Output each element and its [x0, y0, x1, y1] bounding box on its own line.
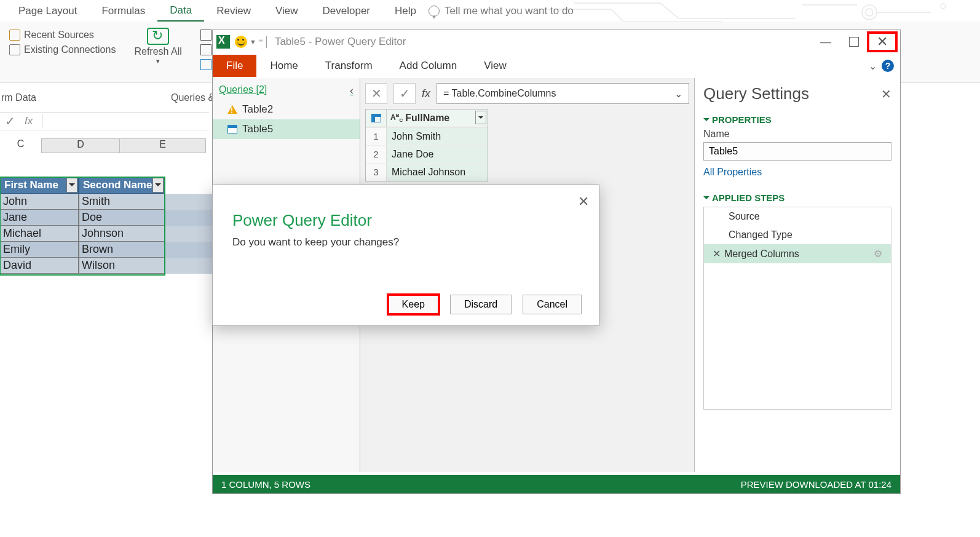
- separator: │: [264, 36, 270, 47]
- pq-tab-file[interactable]: File: [213, 55, 256, 77]
- chevron-down-icon: [703, 118, 709, 124]
- workbook-icon: [200, 59, 211, 70]
- maximize-button[interactable]: [840, 33, 868, 51]
- help-icon[interactable]: ?: [882, 60, 894, 72]
- cell[interactable]: Doe: [79, 210, 165, 226]
- confirm-formula-button[interactable]: ✓: [393, 83, 416, 104]
- ribbon-tab-page-layout[interactable]: Page Layout: [6, 1, 89, 21]
- cell[interactable]: Michael Johnson: [387, 164, 488, 181]
- cell[interactable]: Johnson: [79, 226, 165, 242]
- select-all-corner[interactable]: [366, 109, 387, 127]
- ribbon-tab-view[interactable]: View: [263, 1, 310, 21]
- ribbon-tab-data[interactable]: Data: [157, 1, 204, 22]
- column-header-fullname[interactable]: ABC FullName: [387, 109, 488, 127]
- feedback-smile-icon[interactable]: [235, 36, 247, 48]
- ribbon-tab-formulas[interactable]: Formulas: [89, 1, 157, 21]
- ribbon-tab-developer[interactable]: Developer: [310, 1, 383, 21]
- cancel-formula-button[interactable]: ✕: [365, 83, 387, 104]
- expand-formula-icon[interactable]: ⌄: [674, 88, 682, 100]
- preview-row[interactable]: 3Michael Johnson: [366, 163, 488, 181]
- cell[interactable]: David: [0, 258, 79, 274]
- status-right: PREVIEW DOWNLOADED AT 01:24: [741, 479, 891, 490]
- formula-bar[interactable]: = Table.CombineColumns ⌄: [437, 83, 689, 104]
- ribbon-tab-help[interactable]: Help: [382, 1, 429, 21]
- table-row[interactable]: JohnSmith: [0, 194, 212, 210]
- query-item-table2[interactable]: Table2: [213, 100, 360, 119]
- properties-icon: [200, 44, 211, 55]
- chevron-down-icon: [703, 196, 709, 202]
- step-source[interactable]: Source: [704, 207, 891, 226]
- worksheet: C D E First Name Second Name JohnSmithJa…: [0, 138, 212, 274]
- cell[interactable]: Michael: [0, 226, 79, 242]
- queries-pane-title[interactable]: Queries [2] ‹: [213, 82, 360, 100]
- filter-dropdown-icon[interactable]: [152, 178, 164, 193]
- col-header-c[interactable]: C: [0, 138, 41, 153]
- ribbon-tab-review[interactable]: Review: [204, 1, 263, 21]
- pq-tab-transform[interactable]: Transform: [312, 55, 386, 77]
- tell-me-search[interactable]: Tell me what you want to do: [429, 5, 574, 17]
- pq-tab-add-column[interactable]: Add Column: [386, 55, 471, 77]
- step-merged-columns[interactable]: ✕Merged Columns ⚙: [704, 244, 891, 263]
- collapse-ribbon-icon[interactable]: ⌄: [869, 60, 877, 72]
- cancel-button[interactable]: Cancel: [523, 295, 582, 314]
- preview-row[interactable]: 2Jane Doe: [366, 145, 488, 163]
- query-settings-title: Query Settings: [703, 84, 809, 103]
- cell[interactable]: Jane Doe: [387, 146, 488, 163]
- cell[interactable]: Brown: [79, 242, 165, 258]
- col-header-e[interactable]: E: [120, 138, 206, 153]
- collapse-pane-icon[interactable]: ‹: [350, 84, 354, 97]
- status-bar: 1 COLUMN, 5 ROWS PREVIEW DOWNLOADED AT 0…: [213, 475, 900, 493]
- preview-row[interactable]: 1John Smith: [366, 127, 488, 145]
- table-row[interactable]: MichaelJohnson: [0, 226, 212, 242]
- filter-dropdown-icon[interactable]: [66, 178, 77, 193]
- recent-sources-button[interactable]: Recent Sources: [9, 28, 116, 42]
- applied-steps-section[interactable]: APPLIED STEPS: [703, 193, 891, 203]
- refresh-icon: [147, 28, 169, 45]
- name-label: Name: [703, 129, 891, 140]
- ribbon-group-label-queries: Queries &: [171, 92, 215, 103]
- col-header-d[interactable]: D: [41, 138, 120, 153]
- cell[interactable]: Jane: [0, 210, 79, 226]
- cell[interactable]: John Smith: [387, 128, 488, 145]
- all-properties-link[interactable]: All Properties: [703, 167, 891, 178]
- formula-bar-row: ✓ fx: [0, 112, 209, 130]
- text-type-icon: ABC: [390, 113, 403, 123]
- cell[interactable]: Emily: [0, 242, 79, 258]
- query-item-table5[interactable]: Table5: [213, 119, 360, 139]
- pq-tab-view[interactable]: View: [470, 55, 520, 77]
- discard-button[interactable]: Discard: [450, 295, 512, 314]
- cell[interactable]: Smith: [79, 194, 165, 210]
- ribbon-group-label-transform-data: rm Data: [1, 92, 36, 103]
- formula-confirm-icon[interactable]: ✓: [5, 114, 15, 129]
- table-row[interactable]: JaneDoe: [0, 210, 212, 226]
- close-button[interactable]: ✕: [868, 33, 896, 51]
- fx-icon: fx: [422, 87, 430, 100]
- fx-icon[interactable]: fx: [25, 115, 33, 127]
- refresh-all-button[interactable]: Refresh All ▾: [125, 22, 191, 71]
- properties-section[interactable]: PROPERTIES: [703, 114, 891, 125]
- cell[interactable]: Wilson: [79, 258, 165, 274]
- quick-access-dropdown-icon[interactable]: ▼: [250, 38, 256, 46]
- table-header-second-name[interactable]: Second Name: [79, 177, 165, 194]
- close-settings-icon[interactable]: ✕: [881, 87, 891, 101]
- query-name-input[interactable]: [703, 142, 891, 161]
- minimize-button[interactable]: —: [812, 33, 840, 51]
- keep-button[interactable]: Keep: [388, 295, 439, 314]
- existing-connections-button[interactable]: Existing Connections: [9, 42, 116, 57]
- window-title: Table5 - Power Query Editor: [275, 36, 406, 48]
- table-row[interactable]: EmilyBrown: [0, 242, 212, 258]
- gear-icon[interactable]: ⚙: [874, 248, 882, 260]
- table-row[interactable]: DavidWilson: [0, 258, 212, 274]
- dialog-close-button[interactable]: ✕: [578, 194, 589, 210]
- step-changed-type[interactable]: Changed Type: [704, 226, 891, 244]
- cell[interactable]: John: [0, 194, 79, 210]
- excel-app-icon: [216, 35, 230, 49]
- warning-icon: [227, 100, 237, 114]
- pq-tab-home[interactable]: Home: [256, 55, 311, 77]
- table-header-first-name[interactable]: First Name: [0, 177, 79, 194]
- query-settings-pane: Query Settings ✕ PROPERTIES Name All Pro…: [694, 78, 900, 472]
- delete-step-icon[interactable]: ✕: [713, 249, 724, 259]
- recent-sources-icon: [9, 30, 20, 41]
- existing-connections-icon: [9, 44, 20, 55]
- column-dropdown-icon[interactable]: [475, 111, 486, 124]
